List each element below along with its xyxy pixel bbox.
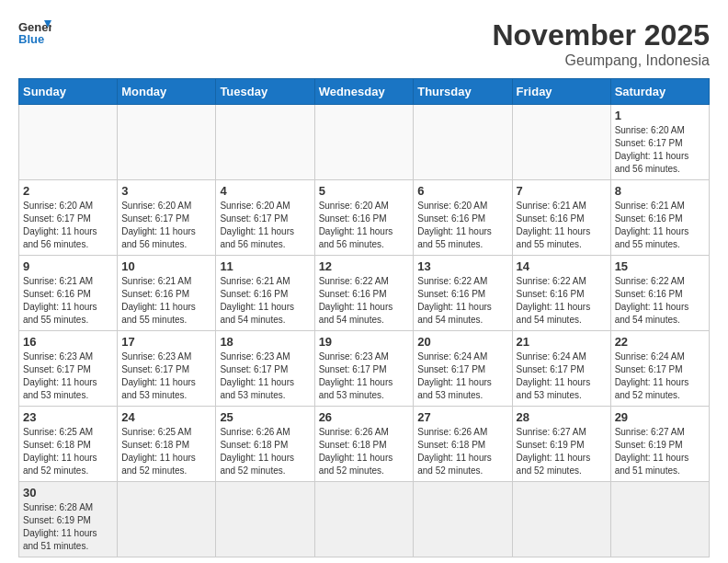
calendar-cell: 3Sunrise: 6:20 AMSunset: 6:17 PMDaylight… — [118, 180, 216, 256]
day-info: Sunrise: 6:22 AMSunset: 6:16 PMDaylight:… — [417, 275, 507, 327]
calendar-cell: 9Sunrise: 6:21 AMSunset: 6:16 PMDaylight… — [19, 256, 118, 331]
day-info: Sunrise: 6:24 AMSunset: 6:17 PMDaylight:… — [517, 350, 607, 402]
day-info: Sunrise: 6:28 AMSunset: 6:19 PMDaylight:… — [23, 501, 113, 553]
day-number: 8 — [615, 184, 705, 198]
day-number: 23 — [23, 410, 113, 424]
day-number: 27 — [417, 410, 507, 424]
day-number: 6 — [417, 184, 507, 198]
calendar-cell — [414, 105, 512, 180]
day-info: Sunrise: 6:21 AMSunset: 6:16 PMDaylight:… — [220, 275, 310, 327]
weekday-header-thursday: Thursday — [414, 79, 512, 105]
calendar-cell: 10Sunrise: 6:21 AMSunset: 6:16 PMDayligh… — [118, 256, 216, 331]
calendar-week-row: 9Sunrise: 6:21 AMSunset: 6:16 PMDaylight… — [19, 256, 710, 331]
calendar-cell: 20Sunrise: 6:24 AMSunset: 6:17 PMDayligh… — [414, 331, 512, 407]
day-number: 11 — [220, 259, 310, 273]
day-number: 18 — [220, 335, 310, 349]
day-info: Sunrise: 6:26 AMSunset: 6:18 PMDaylight:… — [319, 426, 410, 477]
calendar-cell: 6Sunrise: 6:20 AMSunset: 6:16 PMDaylight… — [414, 180, 512, 256]
calendar-week-row: 30Sunrise: 6:28 AMSunset: 6:19 PMDayligh… — [19, 482, 710, 557]
day-info: Sunrise: 6:23 AMSunset: 6:17 PMDaylight:… — [220, 350, 310, 402]
calendar-cell: 23Sunrise: 6:25 AMSunset: 6:18 PMDayligh… — [19, 407, 118, 482]
calendar-cell: 7Sunrise: 6:21 AMSunset: 6:16 PMDaylight… — [512, 180, 610, 256]
weekday-header-friday: Friday — [512, 79, 610, 105]
day-info: Sunrise: 6:27 AMSunset: 6:19 PMDaylight:… — [517, 426, 607, 477]
calendar-cell — [19, 105, 118, 180]
calendar-cell: 29Sunrise: 6:27 AMSunset: 6:19 PMDayligh… — [610, 407, 709, 482]
day-info: Sunrise: 6:25 AMSunset: 6:18 PMDaylight:… — [23, 426, 113, 477]
calendar-week-row: 16Sunrise: 6:23 AMSunset: 6:17 PMDayligh… — [19, 331, 710, 407]
day-info: Sunrise: 6:27 AMSunset: 6:19 PMDaylight:… — [615, 426, 705, 477]
day-info: Sunrise: 6:21 AMSunset: 6:16 PMDaylight:… — [121, 275, 211, 327]
day-number: 15 — [615, 259, 705, 273]
calendar-cell: 24Sunrise: 6:25 AMSunset: 6:18 PMDayligh… — [118, 407, 216, 482]
calendar-cell: 11Sunrise: 6:21 AMSunset: 6:16 PMDayligh… — [216, 256, 314, 331]
day-number: 30 — [23, 486, 113, 500]
calendar-cell — [414, 482, 512, 557]
day-number: 25 — [220, 410, 310, 424]
day-info: Sunrise: 6:20 AMSunset: 6:17 PMDaylight:… — [220, 200, 310, 251]
calendar-cell — [314, 105, 414, 180]
day-number: 5 — [319, 184, 410, 198]
day-number: 1 — [615, 109, 705, 122]
day-info: Sunrise: 6:20 AMSunset: 6:17 PMDaylight:… — [615, 124, 705, 176]
calendar-cell: 21Sunrise: 6:24 AMSunset: 6:17 PMDayligh… — [512, 331, 610, 407]
day-number: 21 — [517, 335, 607, 349]
weekday-header-sunday: Sunday — [19, 79, 118, 105]
day-info: Sunrise: 6:23 AMSunset: 6:17 PMDaylight:… — [121, 350, 211, 402]
logo-icon: General Blue — [18, 18, 51, 46]
calendar-cell: 12Sunrise: 6:22 AMSunset: 6:16 PMDayligh… — [314, 256, 414, 331]
logo: General Blue — [18, 18, 51, 46]
calendar-cell: 19Sunrise: 6:23 AMSunset: 6:17 PMDayligh… — [314, 331, 414, 407]
day-number: 7 — [517, 184, 607, 198]
calendar-cell — [512, 105, 610, 180]
calendar-week-row: 2Sunrise: 6:20 AMSunset: 6:17 PMDaylight… — [19, 180, 710, 256]
calendar-cell — [216, 105, 314, 180]
weekday-header-wednesday: Wednesday — [314, 79, 414, 105]
day-number: 24 — [121, 410, 211, 424]
day-number: 26 — [319, 410, 410, 424]
calendar-cell: 17Sunrise: 6:23 AMSunset: 6:17 PMDayligh… — [118, 331, 216, 407]
calendar-table: SundayMondayTuesdayWednesdayThursdayFrid… — [18, 78, 710, 557]
day-info: Sunrise: 6:22 AMSunset: 6:16 PMDaylight:… — [517, 275, 607, 327]
calendar-week-row: 23Sunrise: 6:25 AMSunset: 6:18 PMDayligh… — [19, 407, 710, 482]
day-info: Sunrise: 6:23 AMSunset: 6:17 PMDaylight:… — [23, 350, 113, 402]
day-number: 20 — [417, 335, 507, 349]
weekday-header-saturday: Saturday — [610, 79, 709, 105]
day-number: 14 — [517, 259, 607, 273]
month-title: November 2025 — [492, 18, 710, 52]
day-number: 29 — [615, 410, 705, 424]
day-info: Sunrise: 6:26 AMSunset: 6:18 PMDaylight:… — [417, 426, 507, 477]
day-info: Sunrise: 6:25 AMSunset: 6:18 PMDaylight:… — [121, 426, 211, 477]
day-info: Sunrise: 6:21 AMSunset: 6:16 PMDaylight:… — [517, 200, 607, 251]
calendar-cell: 1Sunrise: 6:20 AMSunset: 6:17 PMDaylight… — [610, 105, 709, 180]
calendar-cell: 25Sunrise: 6:26 AMSunset: 6:18 PMDayligh… — [216, 407, 314, 482]
calendar-cell: 4Sunrise: 6:20 AMSunset: 6:17 PMDaylight… — [216, 180, 314, 256]
day-info: Sunrise: 6:23 AMSunset: 6:17 PMDaylight:… — [319, 350, 410, 402]
page-header: General Blue November 2025 Geumpang, Ind… — [18, 18, 710, 69]
calendar-cell: 27Sunrise: 6:26 AMSunset: 6:18 PMDayligh… — [414, 407, 512, 482]
day-info: Sunrise: 6:26 AMSunset: 6:18 PMDaylight:… — [220, 426, 310, 477]
calendar-cell: 5Sunrise: 6:20 AMSunset: 6:16 PMDaylight… — [314, 180, 414, 256]
day-info: Sunrise: 6:21 AMSunset: 6:16 PMDaylight:… — [615, 200, 705, 251]
day-info: Sunrise: 6:20 AMSunset: 6:17 PMDaylight:… — [23, 200, 113, 251]
svg-text:Blue: Blue — [18, 32, 44, 46]
calendar-cell: 28Sunrise: 6:27 AMSunset: 6:19 PMDayligh… — [512, 407, 610, 482]
calendar-cell: 26Sunrise: 6:26 AMSunset: 6:18 PMDayligh… — [314, 407, 414, 482]
calendar-cell — [216, 482, 314, 557]
day-number: 19 — [319, 335, 410, 349]
calendar-cell — [314, 482, 414, 557]
day-info: Sunrise: 6:24 AMSunset: 6:17 PMDaylight:… — [615, 350, 705, 402]
calendar-cell: 14Sunrise: 6:22 AMSunset: 6:16 PMDayligh… — [512, 256, 610, 331]
day-info: Sunrise: 6:20 AMSunset: 6:16 PMDaylight:… — [319, 200, 410, 251]
day-number: 16 — [23, 335, 113, 349]
day-number: 10 — [121, 259, 211, 273]
day-number: 4 — [220, 184, 310, 198]
calendar-cell: 8Sunrise: 6:21 AMSunset: 6:16 PMDaylight… — [610, 180, 709, 256]
day-number: 22 — [615, 335, 705, 349]
day-number: 3 — [121, 184, 211, 198]
calendar-cell — [118, 482, 216, 557]
calendar-cell: 22Sunrise: 6:24 AMSunset: 6:17 PMDayligh… — [610, 331, 709, 407]
day-info: Sunrise: 6:20 AMSunset: 6:17 PMDaylight:… — [121, 200, 211, 251]
location: Geumpang, Indonesia — [492, 52, 710, 69]
calendar-cell: 15Sunrise: 6:22 AMSunset: 6:16 PMDayligh… — [610, 256, 709, 331]
